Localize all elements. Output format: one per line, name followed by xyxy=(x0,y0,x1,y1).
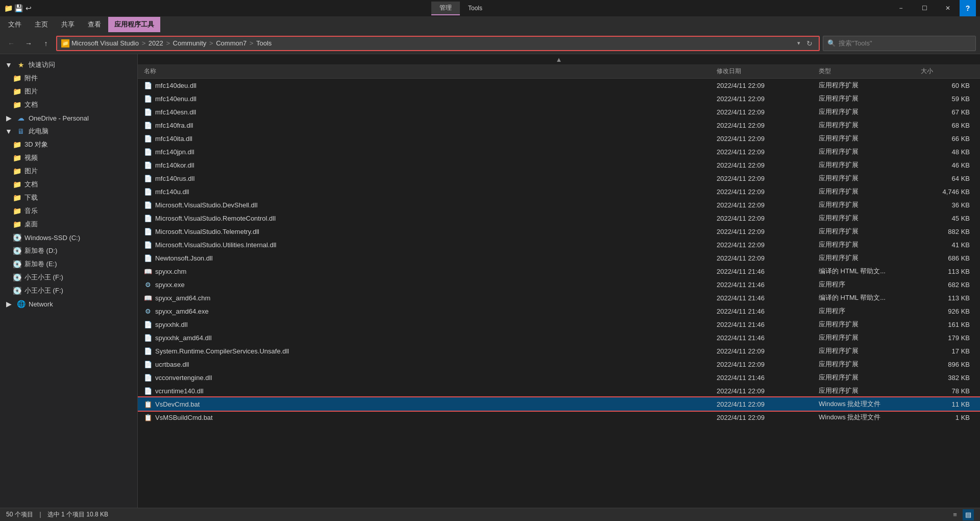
breadcrumb-part2[interactable]: 2022 xyxy=(149,39,163,47)
table-row[interactable]: 📄 mfc140jpn.dll 2022/4/11 22:09 应用程序扩展 4… xyxy=(138,145,980,158)
forward-button[interactable]: → xyxy=(21,36,36,51)
breadcrumb-part5[interactable]: Tools xyxy=(256,39,272,47)
minimize-button[interactable]: − xyxy=(889,0,913,16)
sidebar-item-pictures[interactable]: 📁 图片 xyxy=(0,85,137,98)
file-type-cell: 应用程序扩展 xyxy=(815,81,917,90)
refresh-button[interactable]: ↻ xyxy=(804,39,815,48)
ribbon-tab-share[interactable]: 共享 xyxy=(55,17,81,32)
file-name-cell: 📄 Microsoft.VisualStudio.Telemetry.dll xyxy=(140,227,713,235)
file-date-cell: 2022/4/11 22:09 xyxy=(713,175,815,182)
back-button[interactable]: ← xyxy=(4,36,18,51)
breadcrumb-part1[interactable]: Microsoft Visual Studio xyxy=(71,39,139,47)
table-row[interactable]: 📄 mfc140enu.dll 2022/4/11 22:09 应用程序扩展 5… xyxy=(138,92,980,105)
sidebar-item-downloads[interactable]: 📁 下载 xyxy=(0,191,137,204)
folder-icon: 📁 xyxy=(12,220,21,229)
breadcrumb-part3[interactable]: Community xyxy=(173,39,207,47)
file-icon: 📄 xyxy=(144,334,152,342)
table-row[interactable]: 📄 vcconvertengine.dll 2022/4/11 21:46 应用… xyxy=(138,371,980,384)
file-type-cell: 应用程序扩展 xyxy=(815,333,917,342)
sidebar-section-quick-access[interactable]: ▼ ★ 快速访问 xyxy=(0,58,137,72)
sidebar-item-videos[interactable]: 📁 视频 xyxy=(0,151,137,164)
table-row[interactable]: 📄 spyxxhk.dll 2022/4/11 21:46 应用程序扩展 161… xyxy=(138,318,980,331)
table-row[interactable]: 📄 mfc140ita.dll 2022/4/11 22:09 应用程序扩展 6… xyxy=(138,132,980,145)
file-date-cell: 2022/4/11 21:46 xyxy=(713,268,815,275)
scroll-up-indicator: ▲ xyxy=(556,56,562,63)
sidebar-item-drive-f2[interactable]: 💽 小王小王 (F:) xyxy=(0,284,137,297)
save-icon[interactable]: 💾 xyxy=(14,4,22,12)
table-row[interactable]: 📖 spyxx.chm 2022/4/11 21:46 编译的 HTML 帮助文… xyxy=(138,265,980,278)
address-dropdown-button[interactable]: ▾ xyxy=(795,40,802,46)
file-name: mfc140fra.dll xyxy=(155,122,193,129)
ribbon-tab-apptools[interactable]: 应用程序工具 xyxy=(108,17,160,32)
file-date-cell: 2022/4/11 22:09 xyxy=(713,228,815,235)
col-header-type[interactable]: 类型 xyxy=(815,64,917,78)
sidebar-item-attachment[interactable]: 📁 附件 xyxy=(0,72,137,85)
table-row[interactable]: 📄 Microsoft.VisualStudio.Telemetry.dll 2… xyxy=(138,225,980,238)
sidebar-item-drive-d[interactable]: 💽 新加卷 (D:) xyxy=(0,244,137,257)
col-header-size[interactable]: 大小 xyxy=(917,64,978,78)
title-tab-manage[interactable]: 管理 xyxy=(431,2,460,15)
list-view-button[interactable]: ≡ xyxy=(949,509,961,520)
table-row[interactable]: 📄 spyxxhk_amd64.dll 2022/4/11 21:46 应用程序… xyxy=(138,331,980,344)
table-row[interactable]: 📄 ucrtbase.dll 2022/4/11 22:09 应用程序扩展 89… xyxy=(138,358,980,371)
file-date-cell: 2022/4/11 22:09 xyxy=(713,241,815,249)
file-name-cell: 📄 mfc140rus.dll xyxy=(140,174,713,182)
folder-icon: 📁 xyxy=(12,206,21,216)
table-row[interactable]: 📄 mfc140rus.dll 2022/4/11 22:09 应用程序扩展 6… xyxy=(138,172,980,185)
up-button[interactable]: ↑ xyxy=(39,36,53,51)
table-row[interactable]: ⚙ spyxx_amd64.exe 2022/4/11 21:46 应用程序 9… xyxy=(138,304,980,318)
table-row[interactable]: 📄 mfc140esn.dll 2022/4/11 22:09 应用程序扩展 6… xyxy=(138,105,980,119)
col-header-date[interactable]: 修改日期 xyxy=(713,64,815,78)
sidebar-label-drive-e: 新加卷 (E:) xyxy=(24,259,57,269)
breadcrumb-part4[interactable]: Common7 xyxy=(216,39,247,47)
table-row[interactable]: 📄 Microsoft.VisualStudio.RemoteControl.d… xyxy=(138,211,980,225)
sidebar-section-network[interactable]: ▶ 🌐 Network xyxy=(0,297,137,311)
table-row[interactable]: 📄 Microsoft.VisualStudio.Utilities.Inter… xyxy=(138,238,980,251)
undo-icon[interactable]: ↩ xyxy=(24,4,33,12)
table-row[interactable]: 📄 mfc140fra.dll 2022/4/11 22:09 应用程序扩展 6… xyxy=(138,119,980,132)
ribbon-tab-home[interactable]: 主页 xyxy=(29,17,54,32)
sidebar-item-music[interactable]: 📁 音乐 xyxy=(0,204,137,218)
detail-view-button[interactable]: ▤ xyxy=(963,509,974,520)
sidebar-item-desktop[interactable]: 📁 桌面 xyxy=(0,218,137,231)
sidebar-item-drive-c[interactable]: 💽 Windows-SSD (C:) xyxy=(0,231,137,244)
table-row[interactable]: 📄 Microsoft.VisualStudio.DevShell.dll 20… xyxy=(138,198,980,211)
file-name-cell: 📄 vcruntime140.dll xyxy=(140,387,713,395)
table-row[interactable]: 📄 mfc140kor.dll 2022/4/11 22:09 应用程序扩展 4… xyxy=(138,158,980,172)
table-row[interactable]: ⚙ spyxx.exe 2022/4/11 21:46 应用程序 682 KB xyxy=(138,278,980,291)
ribbon-tab-view[interactable]: 查看 xyxy=(82,17,107,32)
file-size-cell: 179 KB xyxy=(917,334,978,342)
file-date-cell: 2022/4/11 22:09 xyxy=(713,201,815,209)
file-size-cell: 161 KB xyxy=(917,321,978,328)
address-bar[interactable]: 📁 Microsoft Visual Studio > 2022 > Commu… xyxy=(56,36,820,51)
ribbon-tab-file[interactable]: 文件 xyxy=(2,17,28,32)
drive-icon: 💽 xyxy=(12,233,21,242)
sidebar-section-thispc[interactable]: ▼ 🖥 此电脑 xyxy=(0,125,137,138)
search-bar[interactable]: 🔍 搜索"Tools" xyxy=(823,36,976,51)
close-button[interactable]: ✕ xyxy=(936,0,960,16)
table-row[interactable]: 📄 System.Runtime.CompilerServices.Unsafe… xyxy=(138,344,980,358)
maximize-button[interactable]: ☐ xyxy=(913,0,936,16)
file-name: Microsoft.VisualStudio.Telemetry.dll xyxy=(155,228,259,235)
table-row[interactable]: 📄 Newtonsoft.Json.dll 2022/4/11 22:09 应用… xyxy=(138,251,980,265)
sidebar-item-3dobjects[interactable]: 📁 3D 对象 xyxy=(0,138,137,151)
sidebar-item-drive-e[interactable]: 💽 新加卷 (E:) xyxy=(0,257,137,271)
col-header-name[interactable]: 名称 xyxy=(140,64,713,78)
table-row[interactable]: 📋 VsDevCmd.bat 2022/4/11 22:09 Windows 批… xyxy=(138,397,980,411)
title-tab-tools[interactable]: Tools xyxy=(460,3,491,14)
file-name-cell: 📄 ucrtbase.dll xyxy=(140,360,713,368)
sidebar-item-drive-f1[interactable]: 💽 小王小王 (F:) xyxy=(0,271,137,284)
table-row[interactable]: 📄 mfc140u.dll 2022/4/11 22:09 应用程序扩展 4,7… xyxy=(138,185,980,198)
sidebar-item-documents[interactable]: 📁 文档 xyxy=(0,98,137,111)
sidebar-section-onedrive[interactable]: ▶ ☁ OneDrive - Personal xyxy=(0,111,137,125)
file-name-cell: 📄 mfc140jpn.dll xyxy=(140,148,713,156)
file-icon: 📋 xyxy=(144,413,152,421)
sidebar-item-docs[interactable]: 📁 文档 xyxy=(0,178,137,191)
table-row[interactable]: 📋 VsMSBuildCmd.bat 2022/4/11 22:09 Windo… xyxy=(138,411,980,424)
table-row[interactable]: 📄 vcruntime140.dll 2022/4/11 22:09 应用程序扩… xyxy=(138,384,980,397)
help-button[interactable]: ? xyxy=(960,0,976,16)
table-row[interactable]: 📄 mfc140deu.dll 2022/4/11 22:09 应用程序扩展 6… xyxy=(138,79,980,92)
file-date-cell: 2022/4/11 22:09 xyxy=(713,400,815,408)
table-row[interactable]: 📖 spyxx_amd64.chm 2022/4/11 21:46 编译的 HT… xyxy=(138,291,980,304)
sidebar-item-images[interactable]: 📁 图片 xyxy=(0,164,137,178)
